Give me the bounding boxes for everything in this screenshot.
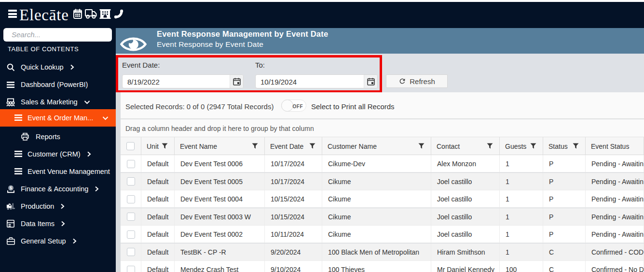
- svg-text:$: $: [9, 186, 12, 190]
